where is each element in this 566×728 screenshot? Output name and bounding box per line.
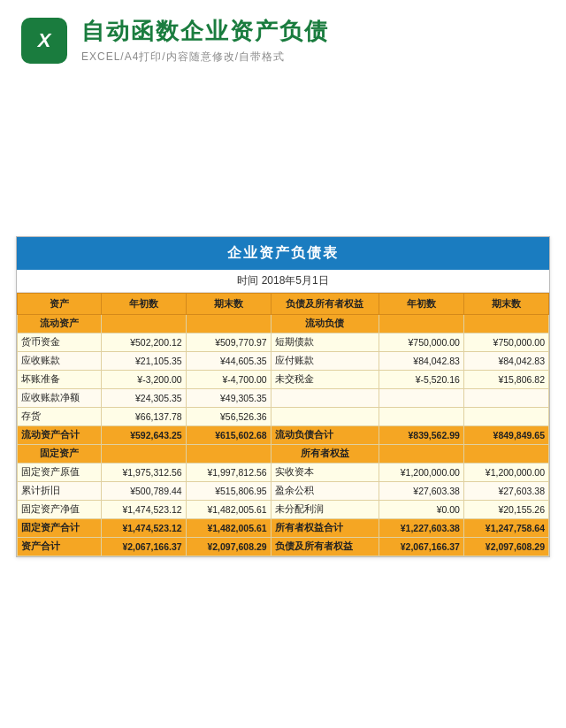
asset-label: 货币资金 bbox=[18, 333, 102, 351]
equity-year: ¥0.00 bbox=[379, 500, 463, 518]
col-year-begin: 年初数 bbox=[101, 293, 186, 314]
equity-period: ¥27,603.38 bbox=[463, 481, 548, 500]
grand-total-liability-period: ¥2,097,608.29 bbox=[463, 537, 548, 556]
asset-year: ¥502,200.12 bbox=[101, 333, 186, 351]
page-title: 自动函数企业资产负债 bbox=[81, 16, 329, 47]
equity-period: ¥1,200,000.00 bbox=[463, 463, 548, 481]
table-date: 时间 2018年5月1日 bbox=[17, 270, 549, 293]
liability-year bbox=[379, 388, 463, 407]
header: X 自动函数企业资产负债 EXCEL/A4打印/内容随意修改/自带格式 bbox=[0, 0, 566, 73]
balance-sheet-table: 企业资产负债表 时间 2018年5月1日 资产 年初数 期末数 负债及所有者权益… bbox=[16, 236, 550, 557]
data-table: 资产 年初数 期末数 负债及所有者权益 年初数 期末数 流动资产流动负债货币资金… bbox=[17, 293, 549, 556]
section-spacer6 bbox=[186, 444, 271, 463]
asset-label: 应收账款净额 bbox=[18, 388, 102, 407]
liability-label: 短期债款 bbox=[271, 333, 379, 351]
content-area: 企业资产负债表 时间 2018年5月1日 资产 年初数 期末数 负债及所有者权益… bbox=[0, 73, 566, 728]
asset-period: ¥-4,700.00 bbox=[186, 370, 271, 388]
section-current-asset: 流动资产 bbox=[18, 314, 102, 333]
liability-year: ¥84,042.83 bbox=[379, 351, 463, 370]
col-liabilities: 负债及所有者权益 bbox=[271, 293, 379, 314]
equity-total-label: 所有者权益合计 bbox=[271, 518, 379, 537]
liability-period: ¥84,042.83 bbox=[463, 351, 548, 370]
section-fixed-asset: 固定资产 bbox=[18, 444, 102, 463]
asset-period: ¥49,305.35 bbox=[186, 388, 271, 407]
liability-label bbox=[271, 407, 379, 425]
page: X 自动函数企业资产负债 EXCEL/A4打印/内容随意修改/自带格式 企业资产… bbox=[0, 0, 566, 728]
col-year-begin2: 年初数 bbox=[379, 293, 463, 314]
asset-period: ¥44,605.35 bbox=[186, 351, 271, 370]
asset-period: ¥56,526.36 bbox=[186, 407, 271, 425]
equity-total-period: ¥1,247,758.64 bbox=[463, 518, 548, 537]
section-spacer4 bbox=[463, 314, 548, 333]
header-text: 自动函数企业资产负债 EXCEL/A4打印/内容随意修改/自带格式 bbox=[81, 16, 329, 65]
liability-period bbox=[463, 388, 548, 407]
asset-label: 应收账款 bbox=[18, 351, 102, 370]
fixed-asset-year: ¥500,789.44 bbox=[101, 481, 186, 500]
asset-year: ¥21,105.35 bbox=[101, 351, 186, 370]
equity-year: ¥1,200,000.00 bbox=[379, 463, 463, 481]
equity-total-year: ¥1,227,603.38 bbox=[379, 518, 463, 537]
liability-label: 应付账款 bbox=[271, 351, 379, 370]
section-equity: 所有者权益 bbox=[271, 444, 379, 463]
excel-icon-label: X bbox=[38, 29, 51, 52]
grand-total-asset-period: ¥2,097,608.29 bbox=[186, 537, 271, 556]
current-liability-total-year: ¥839,562.99 bbox=[379, 425, 463, 444]
section-spacer7 bbox=[379, 444, 463, 463]
section-spacer5 bbox=[101, 444, 186, 463]
equity-label: 未分配利润 bbox=[271, 500, 379, 518]
liability-year bbox=[379, 407, 463, 425]
asset-label: 存货 bbox=[18, 407, 102, 425]
liability-period: ¥750,000.00 bbox=[463, 333, 548, 351]
equity-label: 实收资本 bbox=[271, 463, 379, 481]
current-liability-total-period: ¥849,849.65 bbox=[463, 425, 548, 444]
table-header-row: 资产 年初数 期末数 负债及所有者权益 年初数 期末数 bbox=[18, 293, 549, 314]
fixed-asset-total-period: ¥1,482,005.61 bbox=[186, 518, 271, 537]
asset-label: 坏账准备 bbox=[18, 370, 102, 388]
grand-total-liability-label: 负债及所有者权益 bbox=[271, 537, 379, 556]
fixed-asset-period: ¥515,806.95 bbox=[186, 481, 271, 500]
equity-label: 盈余公积 bbox=[271, 481, 379, 500]
fixed-asset-label: 固定资产原值 bbox=[18, 463, 102, 481]
asset-year: ¥66,137.78 bbox=[101, 407, 186, 425]
header-subtitle: EXCEL/A4打印/内容随意修改/自带格式 bbox=[81, 50, 329, 65]
fixed-asset-period: ¥1,482,005.61 bbox=[186, 500, 271, 518]
liability-year: ¥-5,520.16 bbox=[379, 370, 463, 388]
section-spacer2 bbox=[186, 314, 271, 333]
current-asset-total-label: 流动资产合计 bbox=[18, 425, 102, 444]
current-liability-total-label: 流动负债合计 bbox=[271, 425, 379, 444]
equity-period: ¥20,155.26 bbox=[463, 500, 548, 518]
fixed-asset-label: 累计折旧 bbox=[18, 481, 102, 500]
liability-year: ¥750,000.00 bbox=[379, 333, 463, 351]
section-spacer8 bbox=[463, 444, 548, 463]
col-assets: 资产 bbox=[18, 293, 102, 314]
equity-year: ¥27,603.38 bbox=[379, 481, 463, 500]
fixed-asset-year: ¥1,975,312.56 bbox=[101, 463, 186, 481]
liability-period: ¥15,806.82 bbox=[463, 370, 548, 388]
liability-period bbox=[463, 407, 548, 425]
asset-period: ¥509,770.97 bbox=[186, 333, 271, 351]
current-asset-total-period: ¥615,602.68 bbox=[186, 425, 271, 444]
excel-icon: X bbox=[21, 18, 67, 64]
fixed-asset-total-year: ¥1,474,523.12 bbox=[101, 518, 186, 537]
fixed-asset-period: ¥1,997,812.56 bbox=[186, 463, 271, 481]
grand-total-liability-year: ¥2,067,166.37 bbox=[379, 537, 463, 556]
fixed-asset-label: 固定资产净值 bbox=[18, 500, 102, 518]
section-current-liability: 流动负债 bbox=[271, 314, 379, 333]
col-period-end2: 期末数 bbox=[463, 293, 548, 314]
section-spacer1 bbox=[101, 314, 186, 333]
section-spacer3 bbox=[379, 314, 463, 333]
asset-year: ¥-3,200.00 bbox=[101, 370, 186, 388]
table-title: 企业资产负债表 bbox=[17, 237, 549, 270]
asset-year: ¥24,305.35 bbox=[101, 388, 186, 407]
grand-total-asset-year: ¥2,067,166.37 bbox=[101, 537, 186, 556]
fixed-asset-year: ¥1,474,523.12 bbox=[101, 500, 186, 518]
fixed-asset-total-label: 固定资产合计 bbox=[18, 518, 102, 537]
current-asset-total-year: ¥592,643.25 bbox=[101, 425, 186, 444]
col-period-end: 期末数 bbox=[186, 293, 271, 314]
grand-total-asset-label: 资产合计 bbox=[18, 537, 102, 556]
liability-label: 未交税金 bbox=[271, 370, 379, 388]
liability-label bbox=[271, 388, 379, 407]
